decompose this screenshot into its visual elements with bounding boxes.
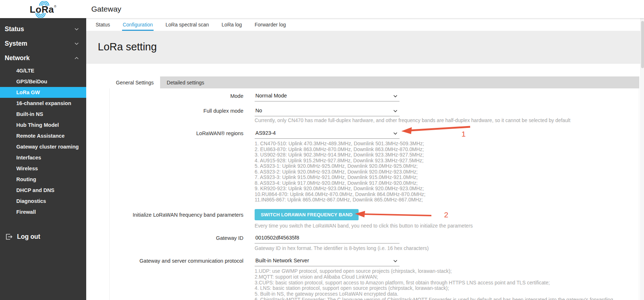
lorawan-regions-label: LoRaWAN® regions <box>109 129 243 139</box>
sidebar-item-interfaces[interactable]: Interfaces <box>0 152 86 163</box>
sidebar-item-diagnostics[interactable]: Diagnostics <box>0 196 86 207</box>
region-list-line: 5. AS923-1: Uplink 920.0MHz-925.0MHz, Do… <box>255 163 457 169</box>
region-list-line: 1. CN470-510: Uplink 470.3MHz-489.3MHz, … <box>255 141 457 147</box>
lorawan-regions-value: AS923-4 <box>255 130 276 136</box>
tab-detailed-settings[interactable]: Detailed settings <box>160 76 211 88</box>
region-list: 1. CN470-510: Uplink 470.3MHz-489.3MHz, … <box>255 141 457 203</box>
logout-label: Log out <box>17 233 40 241</box>
protocol-help-line: 4. LNS: basic station protocol, support … <box>255 286 642 291</box>
init-band-help-text: Every time you switch the LoRaWAN band, … <box>255 223 617 229</box>
full-duplex-label: Full duplex mode <box>109 107 243 116</box>
region-list-line: 4. AU915-928: Uplink 915.2MHz-927.8MHz, … <box>255 158 457 164</box>
tab-status[interactable]: Status <box>95 18 111 31</box>
sidebar-item-gateway-cluster-roaming[interactable]: Gateway cluster roaming <box>0 141 86 152</box>
sidebar-item-wireless[interactable]: Wireless <box>0 163 86 174</box>
region-list-line: 9. KR920-923: Uplink 920.0MHz-923.0MHz, … <box>255 186 457 192</box>
sidebar-section-label: System <box>5 40 27 47</box>
protocol-help-line: 6. ChirpStack-MQTT Forwarder: The C lang… <box>255 297 642 300</box>
full-duplex-select[interactable]: No <box>255 107 400 116</box>
mode-label: Mode <box>109 92 243 101</box>
mode-value: Normal Mode <box>255 93 287 99</box>
protocol-label: Gateway and server communication protoco… <box>109 257 243 266</box>
protocol-help-line: 1.UDP: use GWMP protocol, supported open… <box>255 268 642 274</box>
protocol-help-line: 2.MQTT: support iot vision and Alibaba C… <box>255 274 642 280</box>
gateway-id-label: Gateway ID <box>109 234 243 243</box>
chevron-down-icon <box>393 95 397 97</box>
sidebar-nav: Status System Network 4G/LTE GPS/BeiDou … <box>0 18 86 300</box>
top-header: LoRa® Gateway <box>0 0 644 18</box>
sidebar-item-gps-beidou[interactable]: GPS/BeiDou <box>0 76 86 87</box>
settings-section: General Settings Detailed settings Mode … <box>86 64 644 300</box>
sidebar-item-remote-assistance[interactable]: Remote Assistance <box>0 130 86 141</box>
gateway-id-value: 0010502df45635f8 <box>255 235 299 241</box>
gateway-id-input[interactable]: 0010502df45635f8 <box>255 234 400 243</box>
sidebar-section-label: Status <box>5 25 24 33</box>
chevron-down-icon <box>74 41 79 46</box>
sidebar-item-16-channel-expansion[interactable]: 16-channel expansion <box>0 98 86 109</box>
sidebar-item-lora-gw[interactable]: LoRa GW <box>0 87 86 98</box>
sidebar-section-label: Network <box>5 54 30 62</box>
mode-select[interactable]: Normal Mode <box>255 92 400 101</box>
app-title: Gateway <box>91 5 121 13</box>
lorawan-regions-select[interactable]: AS923-4 <box>255 129 400 139</box>
sidebar-item-hub-thing-model[interactable]: Hub Thing Model <box>0 120 86 130</box>
chevron-down-icon <box>393 260 397 262</box>
region-list-line: 11.IN865-867: Uplink 865.0MHz-867.0MHz, … <box>255 197 457 203</box>
logout-button[interactable]: Log out <box>0 229 86 244</box>
sidebar-item-firewall[interactable]: Firewall <box>0 207 86 217</box>
sidebar-section-system[interactable]: System <box>0 36 86 51</box>
protocol-value: Built-in Network Server <box>255 258 309 263</box>
scrollbar-thumb[interactable] <box>641 21 644 68</box>
protocol-help-line: 3.CUPS: basic station protocol, support … <box>255 280 642 286</box>
init-band-label: Initialize LoRaWAN frequency band parame… <box>109 209 243 220</box>
region-list-line: 2. EU863-870: Uplink 863.0MHz-870.0MHz, … <box>255 147 457 153</box>
region-list-line: 3. US902-928: Uplink 902.3MHz-914.9MHz, … <box>255 152 457 158</box>
logout-icon <box>6 234 13 240</box>
region-list-line: 8. AS923-4: Uplink 917.0MHz-920.0MHz, Do… <box>255 180 457 186</box>
protocol-help-list: 1.UDP: use GWMP protocol, supported open… <box>255 268 642 300</box>
region-list-line: 6. AS923-2: Uplink 920.0MHz-923.0MHz, Do… <box>255 169 457 175</box>
sidebar-item-4g-lte[interactable]: 4G/LTE <box>0 65 86 76</box>
sidebar-item-built-in-ns[interactable]: Built-in NS <box>0 109 86 120</box>
chevron-down-icon <box>393 110 397 112</box>
logo-waves-bottom-icon <box>32 13 49 18</box>
vertical-scrollbar[interactable] <box>640 18 644 300</box>
gateway-id-help-text: Gateway ID in hex format. The identifier… <box>255 246 617 251</box>
page-tabbar: Status Configuration LoRa spectral scan … <box>86 18 644 31</box>
tab-configuration[interactable]: Configuration <box>122 18 154 31</box>
tab-lora-log[interactable]: LoRa log <box>221 18 243 31</box>
page-title-band: LoRa setting <box>86 31 644 64</box>
sidebar-item-dhcp-and-dns[interactable]: DHCP and DNS <box>0 185 86 196</box>
protocol-help-line: 5. Built-in NS, the gateway processes Lo… <box>255 291 642 297</box>
sidebar-item-routing[interactable]: Routing <box>0 174 86 185</box>
sidebar-section-network[interactable]: Network <box>0 51 86 65</box>
tab-lora-spectral-scan[interactable]: LoRa spectral scan <box>165 18 210 31</box>
sidebar-section-status[interactable]: Status <box>0 22 86 36</box>
switch-lorawan-frequency-band-button[interactable]: SWITCH LORAWAN FREQUENCY BAND <box>255 209 359 220</box>
lora-logo: LoRa® <box>30 1 57 18</box>
tab-general-settings[interactable]: General Settings <box>109 76 160 88</box>
full-duplex-help-text: Currently, only CN470 has made full-dupl… <box>255 118 639 124</box>
main-content: Status Configuration LoRa spectral scan … <box>86 18 644 300</box>
full-duplex-value: No <box>255 108 262 113</box>
chevron-down-icon <box>393 132 397 135</box>
region-list-line: 7. AS923-3: Uplink 915.0MHz-921.0MHz, Do… <box>255 175 457 180</box>
page-title: LoRa setting <box>98 41 644 53</box>
region-list-line: 10.RU864-870: Uplink 864.0MHz-870.0MHz, … <box>255 192 457 197</box>
chevron-up-icon <box>74 56 79 61</box>
chevron-down-icon <box>74 27 79 32</box>
protocol-select[interactable]: Built-in Network Server <box>255 257 400 266</box>
panel-tabbar: General Settings Detailed settings <box>109 76 639 88</box>
tab-forwarder-log[interactable]: Forwarder log <box>254 18 287 31</box>
